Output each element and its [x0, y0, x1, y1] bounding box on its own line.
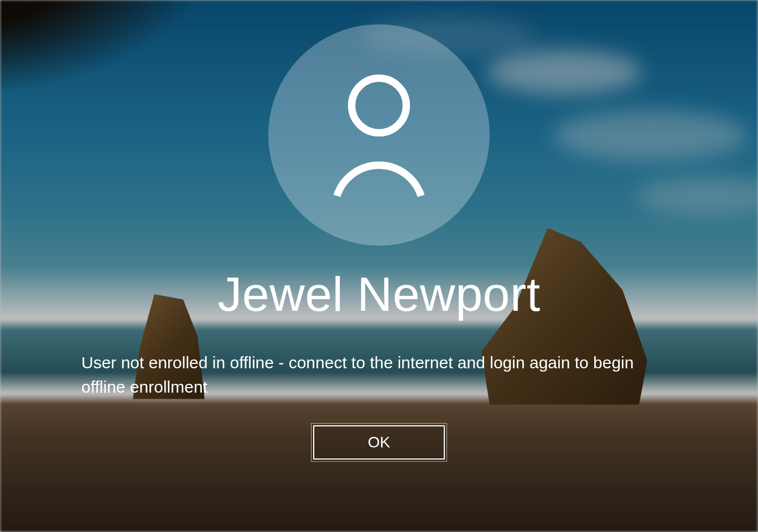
- username-display: Jewel Newport: [217, 269, 541, 320]
- login-panel: Jewel Newport User not enrolled in offli…: [0, 0, 758, 460]
- user-avatar: [268, 24, 490, 246]
- status-message: User not enrolled in offline - connect t…: [79, 351, 679, 399]
- user-icon: [326, 71, 432, 199]
- ok-button[interactable]: OK: [313, 425, 445, 460]
- svg-point-0: [352, 78, 407, 133]
